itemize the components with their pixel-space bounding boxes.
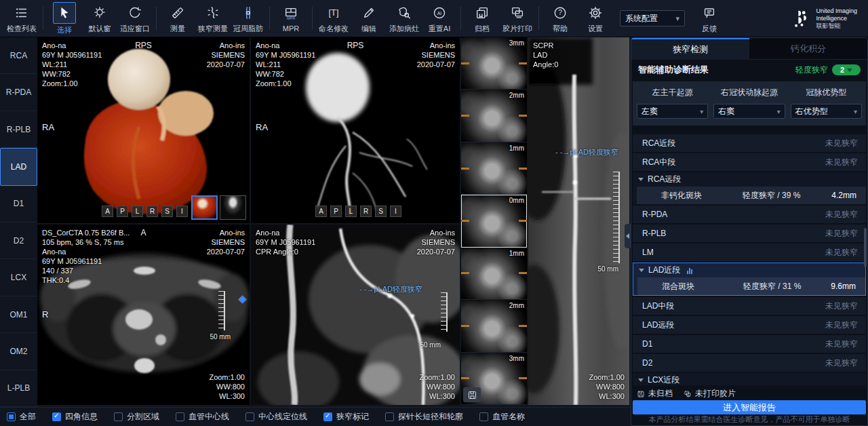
sidebar-item-d1[interactable]: D1 xyxy=(0,186,37,222)
orientation-button-p[interactable]: P xyxy=(117,206,128,217)
print-status: 未打印胶片 xyxy=(684,388,736,400)
system-config-select[interactable]: 系统配置 xyxy=(620,10,685,26)
default-window-icon xyxy=(90,3,110,22)
segment-row-r-plb[interactable]: R-PLB 未见狭窄 xyxy=(633,225,866,242)
toolbar-button-stenosis-measure[interactable]: 狭窄测量 xyxy=(195,0,231,37)
toolbar-button-archive[interactable]: 归档 xyxy=(465,0,500,37)
checkbox-indicator[interactable] xyxy=(176,412,184,421)
orientation-button-i[interactable]: I xyxy=(390,206,401,217)
study-info-overlay: Ano-ins SIEMENS 2020-07-07 xyxy=(207,228,245,256)
orientation-button-s[interactable]: S xyxy=(161,206,173,217)
lm-origin-select[interactable]: 左窦 xyxy=(637,104,708,119)
plaque-detail-row[interactable]: 混合斑块 轻度狭窄 / 31 % 9.6mm xyxy=(637,277,865,295)
toolbar-button-pericoronary-fat[interactable]: 冠周脂肪 xyxy=(231,0,266,37)
toolbar-button-select-tool[interactable]: 选择 xyxy=(47,0,82,37)
viewport-cpr[interactable]: Ano-na 69Y M J05961191 CPR Angle:0 Ano-i… xyxy=(251,225,460,405)
orientation-button-a[interactable]: A xyxy=(102,206,113,217)
segment-row-lcx-proximal[interactable]: LCX近段 xyxy=(633,373,866,385)
orientation-button-r[interactable]: R xyxy=(360,206,372,217)
segment-row-rca-distal[interactable]: RCA远段 xyxy=(633,172,866,187)
segment-row-rca-proximal[interactable]: RCA近段 未见狭窄 xyxy=(633,134,866,152)
tab-calcium-score[interactable]: 钙化积分 xyxy=(749,38,867,60)
sidebar-item-d2[interactable]: D2 xyxy=(0,222,37,259)
orientation-button-p[interactable]: P xyxy=(330,206,342,217)
toolbar-button-reset-ai[interactable]: 重置AI xyxy=(422,0,457,37)
save-snapshot-button[interactable] xyxy=(463,387,481,402)
probe-slice-1mm-up[interactable]: 1mm xyxy=(461,142,527,195)
checkbox-corner-info[interactable]: 四角信息 xyxy=(52,411,98,423)
plaque-detail-row[interactable]: 非钙化斑块 轻度狭窄 / 39 % 4.2mm xyxy=(637,187,866,204)
checkbox-indicator[interactable] xyxy=(7,412,16,421)
checkbox-indicator[interactable] xyxy=(323,412,332,421)
panel-scrollbar-thumb[interactable] xyxy=(864,228,867,267)
checkbox-vessel-name[interactable]: 血管名称 xyxy=(479,411,525,423)
segment-row-lm[interactable]: LM 未见狭窄 xyxy=(633,244,866,261)
segment-row-d1[interactable]: D1 未见狭窄 xyxy=(633,335,866,353)
toolbar-button-rename[interactable]: 命名修改 xyxy=(316,0,351,37)
segment-row-lad-mid[interactable]: LAD中段 未见狭窄 xyxy=(633,297,866,315)
sidebar-item-lcx[interactable]: LCX xyxy=(0,259,37,296)
sidebar-item-om2[interactable]: OM2 xyxy=(0,333,37,370)
probe-slice-2mm-down[interactable]: 2mm xyxy=(461,300,527,352)
toolbar-button-help[interactable]: 帮助 xyxy=(542,0,578,37)
checkbox-indicator[interactable] xyxy=(114,412,123,421)
sidebar-item-r-plb[interactable]: R-PLB xyxy=(0,111,37,148)
orientation-button-l[interactable]: L xyxy=(345,206,357,217)
viewport-mip[interactable]: Ano-na 69Y M J05961191 WL:211 WW:782 Zoo… xyxy=(251,37,460,223)
segment-row-r-pda[interactable]: R-PDA 未见狭窄 xyxy=(633,206,866,223)
stenosis-annotation[interactable]: - -→pLAD轻度狭窄 xyxy=(555,147,618,157)
checkbox-all[interactable]: 全部 xyxy=(7,411,36,423)
severity-count-dropdown[interactable]: 2 xyxy=(832,64,861,75)
toolbar-button-settings[interactable]: 设置 xyxy=(578,0,613,37)
toolbar-button-edit[interactable]: 编辑 xyxy=(351,0,387,37)
segment-row-lad-proximal[interactable]: LAD近段 xyxy=(633,263,865,277)
probe-slice-1mm-down[interactable]: 1mm xyxy=(461,248,527,300)
segment-row-d2[interactable]: D2 未见狭窄 xyxy=(633,354,866,372)
tab-stenosis-detection[interactable]: 狭窄检测 xyxy=(631,38,749,60)
sidebar-item-l-plb[interactable]: L-PLB xyxy=(0,370,37,407)
dominance-select[interactable]: 右优势型 xyxy=(791,104,862,119)
probe-slice-3mm-up[interactable]: 3mm xyxy=(461,37,527,90)
sidebar-item-lad[interactable]: LAD xyxy=(0,148,37,185)
orientation-button-i[interactable]: I xyxy=(176,206,188,217)
toolbar-button-film-print[interactable]: 胶片打印 xyxy=(500,0,535,37)
segment-row-rca-mid[interactable]: RCA中段 未见狭窄 xyxy=(633,153,866,171)
sidebar-item-om1[interactable]: OM1 xyxy=(0,296,37,333)
sidebar-item-rca[interactable]: RCA xyxy=(0,37,37,74)
orientation-button-s[interactable]: S xyxy=(375,206,387,217)
rca-origin-select[interactable]: 右窦 xyxy=(713,104,785,119)
toolbar-button-exam-list[interactable]: 检查列表 xyxy=(4,0,39,37)
save-icon xyxy=(637,390,645,398)
toolbar-button-default-window[interactable]: 默认窗 xyxy=(82,0,117,37)
checkbox-probe-diameter-contour[interactable]: 探针长短径和轮廓 xyxy=(385,411,463,423)
sidebar-item-r-pda[interactable]: R-PDA xyxy=(0,74,37,111)
probe-slice-0mm[interactable]: 0mm xyxy=(461,195,527,247)
checkbox-stenosis-marker[interactable]: 狭窄标记 xyxy=(323,411,369,423)
checkbox-centerline-locator[interactable]: 中心线定位线 xyxy=(245,411,307,423)
stenosis-annotation[interactable]: - -→pLAD轻度狭窄 xyxy=(359,284,422,294)
vr-preset-thumbnail-vessels[interactable] xyxy=(220,195,246,220)
viewport-3d-vr[interactable]: Ano-na 69Y M J05961191 WL:211 WW:782 Zoo… xyxy=(37,37,250,223)
toolbar-button-feedback[interactable]: 反馈 xyxy=(692,0,727,37)
toolbar-button-fit-window[interactable]: 适应窗口 xyxy=(117,0,153,37)
toolbar-button-mpr[interactable]: MPR xyxy=(273,0,309,37)
toolbar-button-measure[interactable]: 测量 xyxy=(160,0,195,37)
segment-row-lad-distal[interactable]: LAD远段 未见狭窄 xyxy=(633,316,866,334)
orientation-button-a[interactable]: A xyxy=(315,206,327,217)
vr-preset-thumbnail-heart[interactable] xyxy=(191,195,218,220)
right-panel-collapse-handle[interactable] xyxy=(625,224,631,248)
caret-down-icon xyxy=(638,178,644,181)
probe-slice-2mm-up[interactable]: 2mm xyxy=(461,90,527,142)
orientation-button-l[interactable]: L xyxy=(132,206,143,217)
checkbox-indicator[interactable] xyxy=(479,412,488,421)
toolbar-button-add-lesion[interactable]: 添加病灶 xyxy=(387,0,422,37)
orientation-button-r[interactable]: R xyxy=(146,206,158,217)
enter-smart-report-button[interactable]: 进入智能报告 xyxy=(633,400,866,414)
viewport-axial-ct[interactable]: DS_CorCTA 0.75 B26f B... 105 bpm, 36 % S… xyxy=(37,225,250,405)
checkbox-indicator[interactable] xyxy=(245,412,254,421)
checkbox-segmentation-region[interactable]: 分割区域 xyxy=(114,411,159,423)
checkbox-vessel-centerline[interactable]: 血管中心线 xyxy=(176,411,229,423)
viewport-scpr[interactable]: SCPR LAD Angle:0 - -→pLAD轻度狭窄 50 mm Zoom… xyxy=(528,37,629,405)
checkbox-indicator[interactable] xyxy=(52,412,61,421)
checkbox-indicator[interactable] xyxy=(385,412,394,421)
